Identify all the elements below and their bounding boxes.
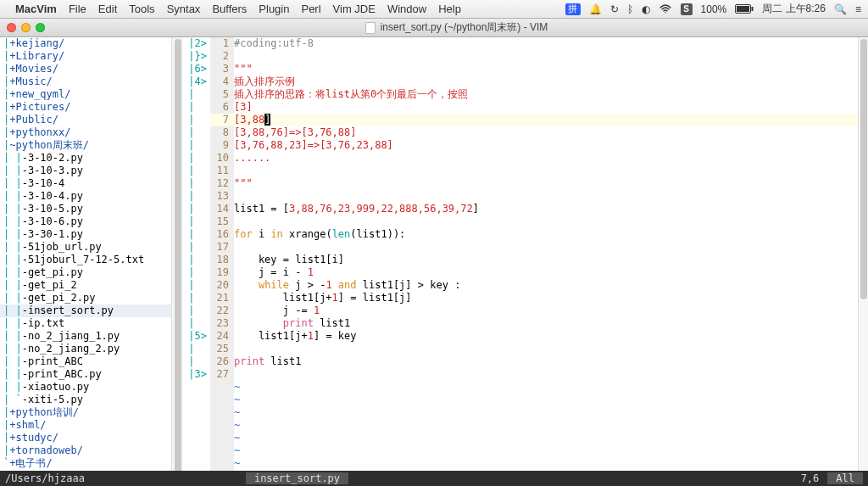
nerdtree-item[interactable]: | |-3-10-3.py: [0, 165, 171, 177]
window-titlebar: insert_sort.py (~/python周末班) - VIM: [0, 19, 868, 37]
line-number: 21: [210, 292, 234, 304]
nerdtree-item[interactable]: | |-xiaotuo.py: [0, 381, 171, 394]
nerdtree-item[interactable]: |+tornadoweb/: [0, 444, 171, 457]
menu-file[interactable]: File: [69, 3, 86, 15]
nerdtree-item[interactable]: | |-3-10-4: [0, 177, 171, 190]
menu-app[interactable]: MacVim: [15, 3, 57, 15]
notification-icon[interactable]: 🔔: [589, 3, 602, 15]
nerdtree-scrollbar[interactable]: [171, 37, 183, 471]
wifi-icon[interactable]: [659, 4, 672, 14]
nerdtree-item[interactable]: | |-insert_sort.py: [0, 304, 171, 317]
menu-vimjde[interactable]: Vim JDE: [333, 3, 376, 15]
nerdtree-item[interactable]: | |-no_2_jiang_2.py: [0, 343, 171, 355]
nerdtree-item[interactable]: |+studyc/: [0, 432, 171, 444]
nerdtree-item[interactable]: |+shml/: [0, 419, 171, 432]
nerdtree-item[interactable]: |+Pictures/: [0, 101, 171, 114]
sign-cell: |: [183, 190, 210, 203]
menu-syntax[interactable]: Syntax: [167, 3, 201, 15]
line-number: 26: [210, 355, 234, 368]
nerdtree-item[interactable]: | |-3-10-2.py: [0, 152, 171, 165]
code-scrollbar[interactable]: [858, 37, 868, 471]
display-icon[interactable]: ◐: [642, 3, 650, 15]
code-l18: key = list1[i]: [234, 254, 858, 266]
code-l4: 插入排序示例: [234, 75, 295, 87]
nerdtree-item[interactable]: |+kejiang/: [0, 37, 171, 50]
code-l19: j = i - 1: [234, 266, 858, 279]
nerdtree-item[interactable]: |+Movies/: [0, 63, 171, 75]
line-number: 24: [210, 330, 234, 343]
sign-cell: |: [183, 114, 210, 126]
nerdtree-item[interactable]: | |-3-30-1.py: [0, 228, 171, 241]
menu-extra-icon[interactable]: ≡: [855, 3, 861, 15]
nerdtree-item[interactable]: `+电子书/: [0, 457, 171, 470]
nerdtree-item[interactable]: | |-51joburl_7-12-5.txt: [0, 254, 171, 266]
editor: |+kejiang/|+Library/|+Movies/|+Music/|+n…: [0, 37, 868, 471]
nerdtree-item[interactable]: |+python培训/: [0, 406, 171, 419]
nerdtree-item[interactable]: | |-ip.txt: [0, 317, 171, 330]
line-number: 22: [210, 304, 234, 317]
code-l7-current: [3,88]: [234, 114, 858, 126]
timemachine-icon[interactable]: ↻: [610, 3, 619, 15]
menu-edit[interactable]: Edit: [98, 3, 117, 15]
line-number: 16: [210, 228, 234, 241]
nerdtree-item[interactable]: |+pythonxx/: [0, 126, 171, 139]
line-number-column: 1234567891011121314151617181920212223242…: [210, 37, 234, 471]
line-number: 25: [210, 343, 234, 355]
nerdtree-item[interactable]: | `-xiti-5.py: [0, 394, 171, 406]
nerdtree-item[interactable]: |~python周末班/: [0, 139, 171, 152]
menu-help[interactable]: Help: [438, 3, 461, 15]
nerdtree-item[interactable]: | |-get_pi_2.py: [0, 292, 171, 304]
line-number: 5: [210, 88, 234, 101]
line-number: 11: [210, 165, 234, 177]
input-method-icon[interactable]: 拼: [565, 3, 581, 15]
status-bar: /Users/hjzaaa insert_sort.py 7,6 All: [0, 471, 868, 486]
nerdtree-item[interactable]: |+Public/: [0, 114, 171, 126]
line-number: 13: [210, 190, 234, 203]
battery-percent[interactable]: 100%: [701, 3, 727, 15]
nerdtree-item[interactable]: | |-51job_url.py: [0, 241, 171, 254]
sign-cell: |: [183, 317, 210, 330]
sign-cell: |: [183, 241, 210, 254]
sign-cell: |2>: [183, 37, 210, 50]
nerdtree-item[interactable]: | |-3-10-4.py: [0, 190, 171, 203]
nerdtree-item[interactable]: | |-3-10-5.py: [0, 203, 171, 215]
battery-icon[interactable]: [735, 4, 754, 14]
zoom-button[interactable]: [36, 23, 45, 32]
code-l25: [234, 343, 858, 355]
menu-tools[interactable]: Tools: [129, 3, 154, 15]
status-percent: All: [827, 472, 863, 484]
nerdtree-item[interactable]: | |-get_pi_2: [0, 279, 171, 292]
menu-buffers[interactable]: Buffers: [212, 3, 247, 15]
line-number: 19: [210, 266, 234, 279]
menu-window[interactable]: Window: [387, 3, 426, 15]
sign-cell: |: [183, 101, 210, 114]
nerdtree-item[interactable]: | |-print_ABC: [0, 355, 171, 368]
close-button[interactable]: [7, 23, 16, 32]
clock[interactable]: 周二 上午8:26: [762, 2, 826, 16]
nerdtree-item[interactable]: | |-3-10-6.py: [0, 215, 171, 228]
nerdtree-item[interactable]: | |-get_pi.py: [0, 266, 171, 279]
nerdtree-item[interactable]: | |-print_ABC.py: [0, 368, 171, 381]
tilde-line: ~: [234, 381, 240, 393]
bluetooth-icon[interactable]: ᛒ: [627, 3, 633, 15]
code-l23: print list1: [234, 317, 858, 330]
code-l26: print list1: [234, 355, 858, 368]
sogou-icon[interactable]: S: [681, 3, 693, 15]
nerdtree-item[interactable]: |+Library/: [0, 50, 171, 63]
tilde-line: ~: [234, 432, 240, 444]
line-number: 7: [210, 114, 234, 126]
sign-column: |2>|}>|6>|4>| | | | | | | | | | | | | | …: [183, 37, 210, 471]
sign-cell: |3>: [183, 368, 210, 381]
code-area[interactable]: #coding:utf-8 """ 插入排序示例 插入排序的思路：将list从第…: [234, 37, 858, 471]
nerdtree-item[interactable]: | |-no_2_jiang_1.py: [0, 330, 171, 343]
nerdtree-item[interactable]: |+Music/: [0, 75, 171, 88]
menu-perl[interactable]: Perl: [301, 3, 320, 15]
menu-plugin[interactable]: Plugin: [259, 3, 289, 15]
nerdtree-pane[interactable]: |+kejiang/|+Library/|+Movies/|+Music/|+n…: [0, 37, 171, 471]
nerdtree-item[interactable]: |+new_qyml/: [0, 88, 171, 101]
minimize-button[interactable]: [21, 23, 31, 32]
code-l1: #coding:utf-8: [234, 37, 314, 49]
traffic-lights: [7, 23, 45, 32]
code-l24: list1[j+1] = key: [234, 330, 858, 343]
spotlight-icon[interactable]: 🔍: [834, 3, 847, 15]
